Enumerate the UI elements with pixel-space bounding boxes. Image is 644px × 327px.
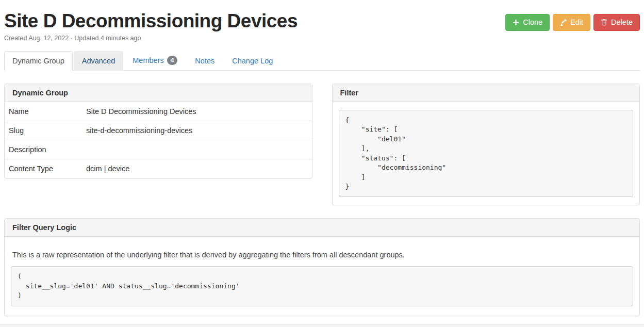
trash-icon — [601, 19, 607, 26]
filter-query-logic-title: Filter Query Logic — [5, 219, 639, 237]
dynamic-group-attributes-table: Name Site D Decommissioning Devices Slug… — [5, 102, 312, 178]
edit-button[interactable]: Edit — [553, 14, 590, 31]
filter-panel-title: Filter — [333, 84, 640, 102]
table-row: Slug site-d-decommissioning-devices — [5, 121, 312, 140]
tab-change-log-label: Change Log — [232, 57, 273, 65]
attr-value-description — [82, 140, 312, 159]
tab-dynamic-group[interactable]: Dynamic Group — [4, 51, 73, 71]
left-column: Dynamic Group Name Site D Decommissionin… — [4, 84, 312, 178]
edit-button-label: Edit — [570, 18, 583, 27]
tab-dynamic-group-label: Dynamic Group — [12, 57, 64, 65]
filter-panel: Filter { "site": [ "del01" ], "status": … — [332, 84, 640, 206]
delete-button[interactable]: Delete — [593, 14, 640, 31]
dynamic-group-panel-title: Dynamic Group — [5, 84, 312, 102]
filter-panel-body: { "site": [ "del01" ], "status": [ "deco… — [333, 102, 640, 205]
table-row: Content Type dcim | device — [5, 159, 312, 178]
members-count-badge: 4 — [167, 56, 178, 65]
tab-members[interactable]: Members 4 — [124, 50, 186, 71]
tab-advanced[interactable]: Advanced — [74, 51, 124, 71]
tab-notes[interactable]: Notes — [187, 51, 223, 71]
clone-button-label: Clone — [523, 18, 542, 27]
action-buttons: Clone Edit Delete — [505, 14, 640, 31]
filter-query-logic-body: This is a raw representation of the unde… — [5, 237, 639, 315]
page: Clone Edit Delete Site D Decommissioning… — [0, 11, 644, 316]
page-footer — [0, 324, 644, 327]
clone-button[interactable]: Clone — [505, 14, 550, 31]
tab-bar: Dynamic Group Advanced Members 4 Notes C… — [4, 50, 640, 71]
filter-query-logic-panel: Filter Query Logic This is a raw represe… — [4, 218, 640, 316]
created-updated-meta: Created Aug. 12, 2022 · Updated 4 minute… — [4, 35, 640, 42]
attr-label-description: Description — [5, 140, 82, 159]
attr-label-name: Name — [5, 102, 82, 121]
table-row: Name Site D Decommissioning Devices — [5, 102, 312, 121]
attr-label-content-type: Content Type — [5, 159, 82, 178]
plus-icon — [513, 19, 519, 26]
filter-query-logic-description: This is a raw representation of the unde… — [12, 251, 632, 259]
pencil-icon — [560, 19, 567, 26]
tab-members-label: Members — [133, 56, 163, 64]
tab-advanced-label: Advanced — [82, 57, 115, 65]
attr-label-slug: Slug — [5, 121, 82, 140]
attr-value-slug: site-d-decommissioning-devices — [82, 121, 312, 140]
attr-value-name: Site D Decommissioning Devices — [82, 102, 312, 121]
tab-change-log[interactable]: Change Log — [224, 51, 281, 71]
delete-button-label: Delete — [611, 18, 633, 27]
dynamic-group-panel: Dynamic Group Name Site D Decommissionin… — [4, 84, 312, 178]
attr-value-content-type: dcim | device — [82, 159, 312, 178]
content-columns: Dynamic Group Name Site D Decommissionin… — [4, 84, 640, 206]
filter-json-code: { "site": [ "del01" ], "status": [ "deco… — [339, 110, 634, 198]
filter-query-logic-code: ( site__slug='del01' AND status__slug='d… — [11, 266, 633, 306]
tab-notes-label: Notes — [195, 57, 214, 65]
table-row: Description — [5, 140, 312, 159]
right-column: Filter { "site": [ "del01" ], "status": … — [332, 84, 640, 206]
